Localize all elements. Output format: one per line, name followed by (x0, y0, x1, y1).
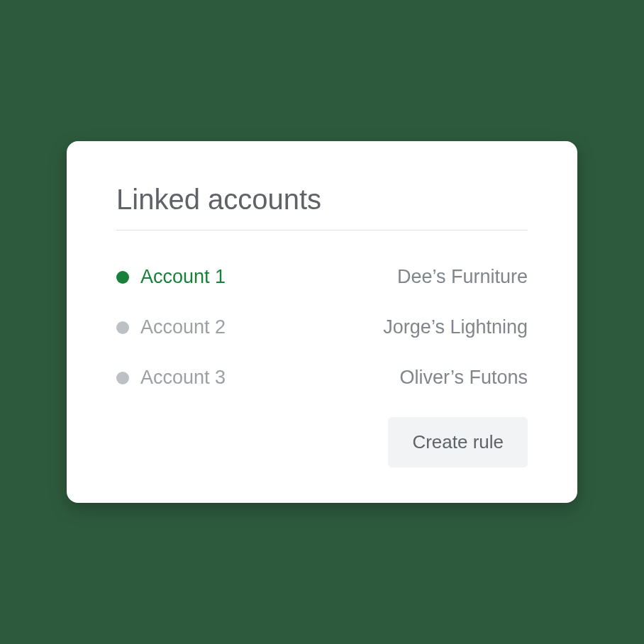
account-name: Jorge’s Lightning (383, 316, 528, 338)
status-dot-icon (116, 271, 129, 284)
account-name: Dee’s Furniture (397, 266, 528, 288)
status-dot-icon (116, 321, 129, 334)
account-left: Account 3 (116, 367, 226, 389)
account-label: Account 1 (140, 266, 226, 288)
account-name: Oliver’s Futons (399, 367, 528, 389)
card-title: Linked accounts (116, 184, 528, 216)
account-row[interactable]: Account 2 Jorge’s Lightning (116, 316, 528, 338)
account-left: Account 1 (116, 266, 226, 288)
account-list: Account 1 Dee’s Furniture Account 2 Jorg… (116, 266, 528, 389)
account-label: Account 3 (140, 367, 226, 389)
account-left: Account 2 (116, 316, 226, 338)
account-row[interactable]: Account 1 Dee’s Furniture (116, 266, 528, 288)
create-rule-button[interactable]: Create rule (388, 417, 528, 467)
linked-accounts-card: Linked accounts Account 1 Dee’s Furnitur… (67, 141, 577, 503)
button-row: Create rule (116, 417, 528, 467)
account-label: Account 2 (140, 316, 226, 338)
status-dot-icon (116, 372, 129, 384)
divider (116, 230, 528, 231)
account-row[interactable]: Account 3 Oliver’s Futons (116, 367, 528, 389)
